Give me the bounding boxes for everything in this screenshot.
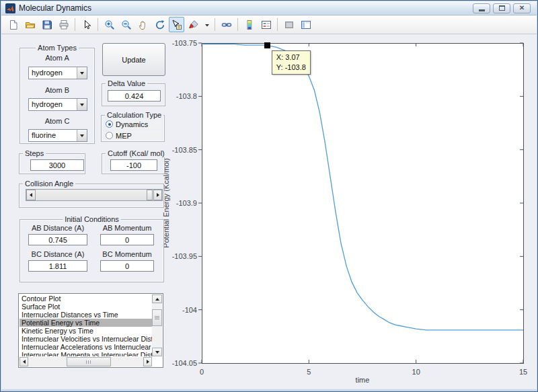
listbox-items: Contour PlotSurface PlotInternuclear Dis… [20,295,152,356]
panel-title: Cutoff (Kcal/ mol) [106,149,167,157]
data-cursor-button[interactable] [169,17,184,32]
scroll-left-button[interactable] [20,357,28,366]
horizontal-scroll-thumb[interactable] [67,357,111,366]
atom-b-label: Atom B [20,86,94,94]
hide-plot-tools-icon [284,19,295,30]
zoom-in-icon [104,19,115,30]
radio-dynamics[interactable]: Dynamics [106,119,161,129]
list-item[interactable]: Contour Plot [20,295,152,303]
scroll-up-button[interactable] [152,295,162,303]
cutoff-field[interactable] [110,159,157,171]
ab-distance-field[interactable] [28,234,87,245]
panel-title: Steps [23,149,46,157]
show-plot-tools-button[interactable] [298,17,313,32]
steps-field[interactable] [30,159,84,171]
print-button[interactable] [56,17,71,32]
matlab-logo-icon [5,3,15,13]
atom-a-value: hydrogen [32,69,63,77]
window-title: Molecular Dynamics [19,3,473,13]
titlebar[interactable]: Molecular Dynamics ✕ [1,1,537,15]
toolbar-separator [75,18,75,31]
bc-momentum-label: BC Momentum [100,250,154,258]
close-button[interactable]: ✕ [513,3,531,13]
list-item[interactable]: Internuclear Velocities vs Internuclear … [20,335,152,343]
insert-colorbar-icon [244,19,255,30]
scroll-down-button[interactable] [152,348,162,356]
cutoff-panel: Cutoff (Kcal/ mol) [102,153,165,174]
figure-toolbar [1,15,537,34]
collision-angle-panel: Collision Angle [19,184,164,208]
datatip-y: Y: -103.8 [276,63,306,73]
minimize-icon [479,9,485,11]
panel-title: Delta Value [106,79,147,87]
vertical-scroll-thumb[interactable] [152,309,162,326]
rotate-3d-button[interactable] [152,17,167,32]
app-window: Molecular Dynamics ✕ 051015-103.75-103.8… [0,0,538,392]
vertical-scrollbar[interactable] [152,295,162,356]
save-button[interactable] [39,17,54,32]
print-icon [59,19,69,30]
minimize-button[interactable] [473,3,490,13]
toolbar-separator [277,18,278,31]
maximize-icon [499,5,505,11]
atom-a-dropdown[interactable]: hydrogen [28,67,87,79]
update-button[interactable]: Update [102,43,165,76]
radio-mep[interactable]: MEP [106,130,161,141]
hide-plot-tools-button[interactable] [281,17,297,32]
bc-distance-field[interactable] [28,260,87,272]
pointer-button[interactable] [79,17,94,32]
panel-title: Atom Types [36,44,79,52]
atom-c-dropdown[interactable]: fluorine [28,129,87,142]
atom-a-label: Atom A [20,54,94,62]
bc-distance-label: BC Distance (A) [26,250,90,258]
list-item[interactable]: Internuclear Accelerations vs Internucle… [20,343,152,351]
link-plots-button[interactable] [219,17,234,32]
list-item[interactable]: Surface Plot [20,303,152,311]
list-item[interactable]: Internuclear Momenta vs Internuclear Dis… [20,351,152,356]
scroll-right-button[interactable] [143,357,152,366]
list-item[interactable]: Internuclear Distances vs Time [20,311,152,319]
plot-type-listbox[interactable]: Contour PlotSurface PlotInternuclear Dis… [18,293,163,368]
toolbar-separator [215,18,215,31]
list-item[interactable]: Potential Energy vs Time [20,319,152,327]
new-document-icon [8,19,19,30]
collision-angle-slider[interactable] [26,189,163,201]
bc-momentum-field[interactable] [100,260,154,272]
delta-value-field[interactable] [108,90,161,102]
brush-button[interactable] [186,17,201,32]
right-arrow-icon [147,360,149,364]
new-document-button[interactable] [5,17,21,32]
datatip-marker[interactable] [264,42,270,48]
zoom-in-button[interactable] [102,17,117,32]
dropdown-arrow-icon[interactable] [77,99,87,110]
ab-momentum-field[interactable] [100,234,154,245]
datatip-box[interactable]: X: 3.07 Y: -103.8 [272,50,311,75]
radio-label: Dynamics [116,120,148,128]
data-cursor-icon [171,19,182,30]
right-arrow-icon [157,193,159,197]
slider-thumb[interactable] [147,190,153,200]
maximize-button[interactable] [493,3,510,13]
slider-right-arrow[interactable] [153,190,162,200]
open-file-button[interactable] [22,17,38,32]
horizontal-scrollbar[interactable] [20,357,152,366]
calculation-type-panel: Calculation Type Dynamics MEP [101,115,165,142]
atom-b-value: hydrogen [32,100,63,108]
steps-panel: Steps [19,153,85,174]
insert-colorbar-button[interactable] [241,17,257,32]
zoom-out-button[interactable] [118,17,134,32]
atom-b-dropdown[interactable]: hydrogen [28,98,87,111]
delta-value-panel: Delta Value [102,83,165,106]
left-arrow-icon [23,360,26,364]
insert-legend-button[interactable] [258,17,274,32]
pan-button[interactable] [135,17,151,32]
slider-left-arrow[interactable] [26,190,36,200]
zoom-out-icon [121,19,132,30]
dropdown-arrow-icon[interactable] [77,67,87,79]
pointer-icon [81,19,92,30]
brush-dropdown-button[interactable] [202,17,211,32]
list-item[interactable]: Kinetic Energy vs Time [20,327,152,335]
initial-conditions-panel: Initial Conditions AB Distance (A) AB Mo… [20,219,164,282]
panel-title: Initial Conditions [63,215,121,223]
dropdown-arrow-icon[interactable] [77,130,87,141]
